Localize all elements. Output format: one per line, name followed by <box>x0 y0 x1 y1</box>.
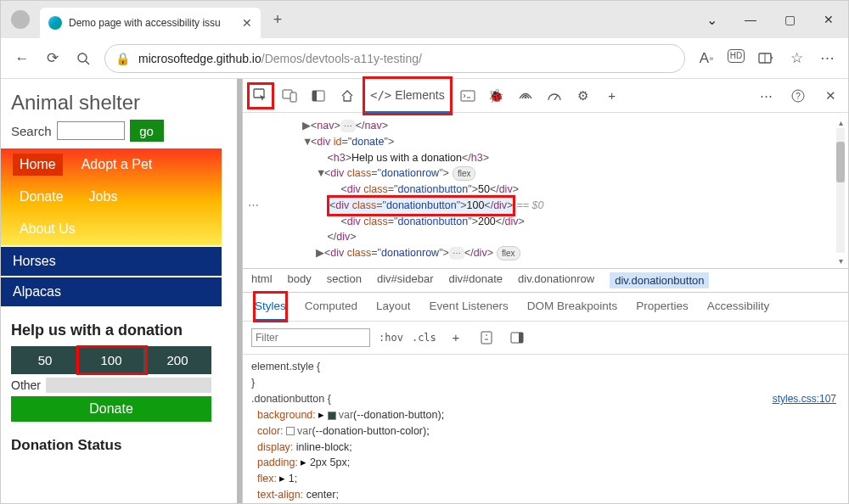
minimize-button[interactable]: — <box>731 1 770 38</box>
addrbar-right: A» HD ☆ ⋯ <box>697 49 836 68</box>
donate-button[interactable]: Donate <box>11 396 211 422</box>
address-bar: ← ⟳ 🔒 microsoftedge.github.io/Demos/devt… <box>1 38 848 79</box>
read-aloud-icon[interactable]: A» <box>697 49 716 68</box>
console-icon[interactable] <box>457 85 479 107</box>
performance-icon[interactable] <box>543 85 565 107</box>
category-horses[interactable]: Horses <box>1 247 222 276</box>
add-panel-icon[interactable]: + <box>601 85 623 107</box>
donation-status-heading: Donation Status <box>1 422 222 457</box>
devtools-toolbar: </> Elements 🐞 ⚙ + ⋯ ? <box>243 79 848 113</box>
titlebar: Demo page with accessibility issu ✕ + ⌄ … <box>1 1 848 38</box>
tab-title: Demo page with accessibility issu <box>69 17 235 29</box>
computed-panel-icon[interactable] <box>475 327 498 349</box>
donate-50[interactable]: 50 <box>13 348 79 372</box>
page-title: Animal shelter <box>1 86 222 118</box>
browser-tab[interactable]: Demo page with accessibility issu ✕ <box>40 8 261 38</box>
crumb-sidebar[interactable]: div#sidebar <box>377 272 434 288</box>
close-devtools-icon[interactable]: ✕ <box>819 85 841 107</box>
browser-window: Demo page with accessibility issu ✕ + ⌄ … <box>0 0 849 504</box>
page-viewport: Animal shelter Search go Home Adopt a Pe… <box>1 79 237 503</box>
tab-dom-breakpoints[interactable]: DOM Breakpoints <box>527 293 618 321</box>
crumb-button[interactable]: div.donationbutton <box>610 272 709 288</box>
crumb-donate[interactable]: div#donate <box>448 272 503 288</box>
other-label: Other <box>11 378 41 392</box>
reader-icon[interactable] <box>756 49 775 68</box>
content-area: Animal shelter Search go Home Adopt a Pe… <box>1 79 848 503</box>
toggle-panel-icon[interactable] <box>506 327 528 349</box>
url-box[interactable]: 🔒 microsoftedge.github.io/Demos/devtools… <box>104 44 685 73</box>
tab-accessibility[interactable]: Accessibility <box>707 293 770 321</box>
tab-properties[interactable]: Properties <box>636 293 689 321</box>
element-style-selector: element.style { <box>251 359 840 375</box>
nav-about[interactable]: About Us <box>13 218 82 240</box>
dom-scrollbar[interactable]: ▴▾ <box>835 116 846 265</box>
bug-icon[interactable]: 🐞 <box>486 85 508 107</box>
back-button[interactable]: ← <box>13 49 31 68</box>
tab-layout[interactable]: Layout <box>376 293 411 321</box>
nav-donate[interactable]: Donate <box>13 186 70 208</box>
more-icon[interactable]: ⋯ <box>818 49 836 68</box>
svg-point-0 <box>78 53 87 62</box>
maximize-button[interactable]: ▢ <box>770 1 809 38</box>
other-row: Other <box>11 378 211 393</box>
gear-icon[interactable]: ⚙ <box>572 85 594 107</box>
tab-styles[interactable]: Styles <box>255 293 286 321</box>
selected-dom-node[interactable]: <div class="donationbutton">100</div> <box>329 198 513 214</box>
help-icon[interactable]: ? <box>787 85 809 107</box>
elements-tab[interactable]: </> Elements <box>365 79 450 113</box>
nav-adopt[interactable]: Adopt a Pet <box>75 154 160 176</box>
search-input[interactable] <box>57 121 125 140</box>
dom-tree[interactable]: ▴▾ ▶<nav>⋯</nav> ▼<div id="donate"> <h3>… <box>243 113 848 268</box>
svg-rect-9 <box>461 91 475 101</box>
hov-toggle[interactable]: :hov <box>379 332 403 344</box>
donate-100[interactable]: 100 <box>79 348 145 372</box>
network-icon[interactable] <box>514 85 537 107</box>
svg-rect-15 <box>519 333 523 343</box>
tab-close-icon[interactable]: ✕ <box>242 16 252 30</box>
tab-computed[interactable]: Computed <box>305 293 357 321</box>
more-tools-icon[interactable]: ⋯ <box>755 85 777 107</box>
rule-selector: .donationbutton { <box>251 391 840 407</box>
crumb-body[interactable]: body <box>288 272 312 288</box>
breadcrumbs[interactable]: html body section div#sidebar div#donate… <box>243 268 848 293</box>
device-toggle-icon[interactable] <box>278 85 301 107</box>
crumb-section[interactable]: section <box>327 272 362 288</box>
home-icon[interactable] <box>336 85 358 107</box>
new-tab-button[interactable]: + <box>261 4 295 35</box>
search-row: Search go <box>1 118 222 148</box>
styles-filter-input[interactable] <box>251 328 370 347</box>
nav-jobs[interactable]: Jobs <box>82 186 125 208</box>
favorite-icon[interactable]: ☆ <box>787 49 806 68</box>
new-style-rule-icon[interactable]: + <box>445 327 467 349</box>
svg-line-10 <box>554 95 558 100</box>
panel-icon[interactable] <box>307 85 329 107</box>
go-button[interactable]: go <box>130 120 164 142</box>
refresh-button[interactable]: ⟳ <box>43 49 62 68</box>
nav-home[interactable]: Home <box>13 154 63 176</box>
donate-heading: Help us with a donation <box>1 306 222 346</box>
category-alpacas[interactable]: Alpacas <box>1 277 222 306</box>
crumb-html[interactable]: html <box>251 272 273 288</box>
donation-row: 50 100 200 <box>11 346 211 374</box>
url-text: microsoftedge.github.io/Demos/devtools-a… <box>138 52 422 65</box>
svg-rect-8 <box>312 91 317 101</box>
crumb-row[interactable]: div.donationrow <box>518 272 594 288</box>
other-input[interactable] <box>46 378 211 393</box>
inspect-icon[interactable] <box>250 85 272 107</box>
main-nav: Home Adopt a Pet Donate Jobs About Us <box>1 148 222 245</box>
profile-avatar[interactable] <box>11 10 30 29</box>
tabs-overflow-icon[interactable]: ⌄ <box>692 1 731 38</box>
donate-200[interactable]: 200 <box>145 348 210 372</box>
search-icon[interactable] <box>74 49 93 68</box>
elements-label: Elements <box>395 88 444 102</box>
svg-rect-6 <box>290 92 296 102</box>
tab-event-listeners[interactable]: Event Listeners <box>430 293 509 321</box>
lock-icon: 🔒 <box>115 52 130 65</box>
hd-icon[interactable]: HD <box>728 49 745 63</box>
styles-pane[interactable]: element.style { } styles.css:107 .donati… <box>243 355 848 503</box>
cls-toggle[interactable]: .cls <box>412 332 436 344</box>
code-icon: </> <box>370 88 391 102</box>
close-window-button[interactable]: ✕ <box>809 1 848 38</box>
devtools: </> Elements 🐞 ⚙ + ⋯ ? <box>242 79 848 503</box>
source-link[interactable]: styles.css:107 <box>773 391 836 406</box>
